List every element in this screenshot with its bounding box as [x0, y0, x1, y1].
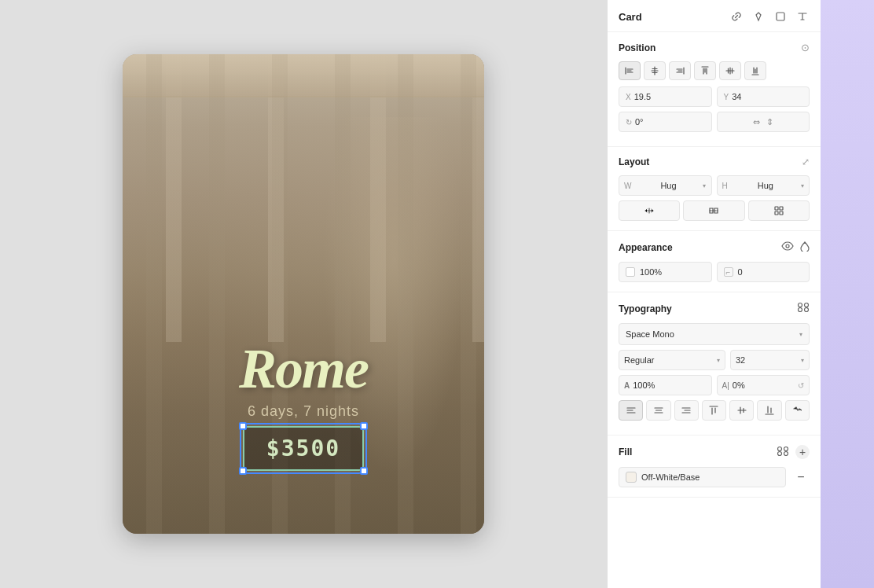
svg-rect-1 [775, 207, 778, 210]
width-value: Hug [660, 181, 676, 190]
opacity-field[interactable]: 100% [619, 262, 712, 282]
text-align-left-btn[interactable] [619, 400, 643, 421]
svg-point-13 [784, 451, 788, 455]
layout-space-between-btn[interactable] [683, 200, 744, 221]
expand-layout-icon[interactable]: ⤢ [802, 156, 810, 167]
layout-horizontal-btn[interactable] [619, 200, 680, 221]
layout-section-icons: ⤢ [802, 156, 810, 167]
svg-point-12 [778, 451, 782, 455]
width-select[interactable]: W Hug ▾ [619, 175, 712, 196]
x-value: 19.5 [634, 92, 651, 101]
x-label: X [626, 93, 631, 101]
y-label: Y [724, 93, 729, 101]
text-advanced-btn[interactable] [785, 400, 810, 421]
properties-panel: Card [607, 0, 821, 588]
fill-color-field[interactable]: Off-White/Base [619, 467, 786, 487]
svg-rect-2 [780, 207, 783, 210]
add-fill-btn[interactable]: + [795, 445, 810, 459]
font-family-select[interactable]: Space Mono ▾ [619, 323, 810, 345]
diamond-icon[interactable] [751, 9, 766, 24]
typography-section-icons [797, 302, 810, 315]
align-middle-btn[interactable] [719, 61, 741, 80]
layout-grid-btn[interactable] [748, 200, 810, 221]
height-value: Hug [758, 181, 773, 190]
scale-field[interactable]: A 100% [619, 375, 712, 395]
align-bottom-btn[interactable] [744, 61, 766, 80]
position-header: Position ⊙ [619, 42, 810, 53]
text-valign-middle-btn[interactable] [729, 400, 754, 421]
layout-label: Layout [619, 156, 649, 167]
text-align-center-btn[interactable] [646, 400, 670, 421]
y-value: 34 [732, 92, 741, 101]
card-content-block: Rome 6 days, 7 nights $3500 [123, 340, 484, 471]
x-input[interactable]: X 19.5 [619, 86, 712, 107]
fill-color-dot [626, 472, 637, 483]
y-input[interactable]: Y 34 [717, 86, 810, 107]
price-badge[interactable]: $3500 [243, 426, 364, 471]
svg-point-6 [799, 303, 802, 307]
typography-label: Typography [619, 303, 672, 314]
tracking-reset-icon[interactable]: ↺ [798, 381, 804, 390]
layout-header: Layout ⤢ [619, 156, 810, 167]
text-align-right-btn[interactable] [674, 400, 699, 421]
typography-header: Typography [619, 302, 810, 315]
font-style-select[interactable]: Regular ▾ [619, 350, 725, 370]
svg-point-9 [805, 308, 809, 312]
appearance-fields: 100% ⌐ 0 [619, 262, 810, 282]
selection-handle-tr [360, 422, 368, 430]
font-family-caret: ▾ [799, 331, 802, 338]
height-select[interactable]: H Hug ▾ [717, 175, 810, 196]
tracking-icon: A| [722, 381, 729, 390]
drop-icon[interactable] [800, 241, 810, 254]
fill-color-row: Off-White/Base − [619, 467, 810, 487]
card-element[interactable]: Rome 6 days, 7 nights $3500 [123, 54, 484, 534]
appearance-header: Appearance [619, 241, 810, 254]
svg-rect-3 [775, 211, 778, 215]
position-label: Position [619, 42, 656, 53]
square-icon[interactable] [773, 9, 788, 24]
position-section-icons: ⊙ [801, 42, 810, 53]
rotation-row: ↻ 0° ⇔ ⇕ [619, 112, 810, 132]
align-left-btn[interactable] [619, 61, 641, 80]
tracking-field[interactable]: A| 0% ↺ [717, 375, 810, 395]
align-right-btn[interactable] [669, 61, 691, 80]
align-center-btn[interactable] [644, 61, 666, 80]
corner-radius-field[interactable]: ⌐ 0 [717, 262, 810, 282]
appearance-section-icons [781, 241, 810, 254]
layout-icons-row [619, 200, 810, 221]
text-styles-icon[interactable] [797, 302, 810, 315]
fill-color-name: Off-White/Base [641, 472, 700, 482]
font-family-value: Space Mono [626, 329, 674, 339]
svg-point-5 [786, 244, 789, 248]
rotation-input[interactable]: ↻ 0° [619, 112, 712, 132]
text-valign-bottom-btn[interactable] [757, 400, 781, 421]
xy-input-row: X 19.5 Y 34 [619, 86, 810, 107]
font-style-caret: ▾ [717, 357, 720, 364]
align-top-btn[interactable] [694, 61, 716, 80]
link-icon[interactable] [729, 9, 744, 24]
font-size-select[interactable]: 32 ▾ [730, 350, 810, 370]
fill-section-icons: + [777, 445, 810, 459]
layout-section: Layout ⤢ W Hug ▾ H Hug ▾ [608, 147, 821, 231]
fill-styles-icon[interactable] [777, 446, 789, 459]
font-size-caret: ▾ [801, 357, 804, 364]
fill-section: Fill + Off-White/Base − [608, 435, 821, 498]
panel-header: Card [608, 0, 821, 32]
font-style-row: Regular ▾ 32 ▾ [619, 350, 810, 370]
font-style-value: Regular [624, 355, 655, 365]
appearance-section: Appearance 100% ⌐ 0 [608, 231, 821, 292]
remove-fill-btn[interactable]: − [792, 469, 810, 486]
corner-value: 0 [738, 267, 743, 277]
wh-row: W Hug ▾ H Hug ▾ [619, 175, 810, 196]
svg-point-11 [784, 447, 788, 450]
target-icon[interactable]: ⊙ [801, 42, 810, 53]
fill-header: Fill + [619, 445, 810, 459]
typography-section: Typography Space Mono ▾ Regular ▾ 32 ▾ [608, 292, 821, 435]
eye-icon[interactable] [781, 241, 794, 254]
rotation-symbol: ↻ [626, 118, 632, 127]
text-icon[interactable] [795, 9, 810, 24]
text-valign-top-btn[interactable] [702, 400, 726, 421]
flip-input[interactable]: ⇔ ⇕ [717, 112, 810, 132]
price-text: $3500 [266, 435, 340, 461]
canvas-area: Rome 6 days, 7 nights $3500 [0, 0, 607, 588]
